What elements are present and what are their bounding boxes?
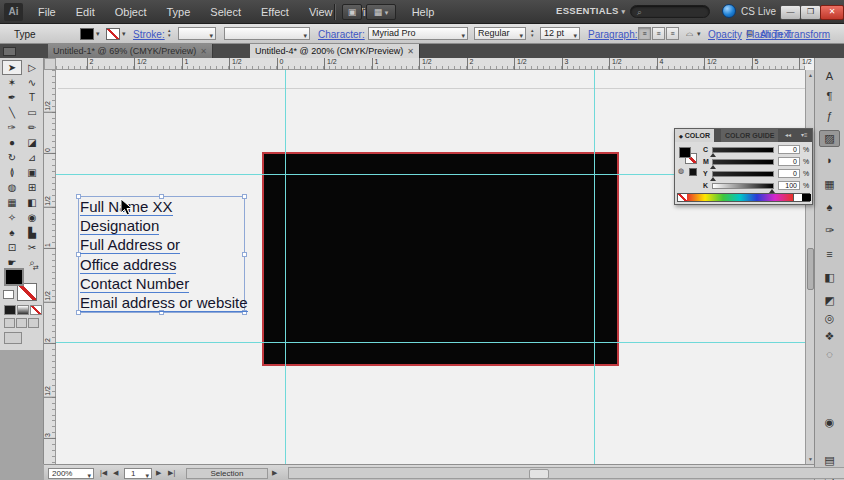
align-center-icon[interactable]: ≡ <box>652 27 665 40</box>
paragraph-panel-icon[interactable]: ¶ <box>819 88 840 105</box>
opentype-panel-icon[interactable]: ƒ <box>819 108 840 125</box>
channel-value-input[interactable]: 0 <box>778 157 800 166</box>
stroke-weight-stepper[interactable]: ▴ ▾ <box>168 28 171 38</box>
gradient-mode-button[interactable] <box>17 305 29 315</box>
artboard-number-select[interactable]: 1 ▾ <box>124 468 152 479</box>
horizontal-scroll-thumb[interactable] <box>529 469 549 479</box>
business-card-rectangle[interactable] <box>262 152 619 366</box>
cs-live-button[interactable]: CS Live ▾ <box>722 4 784 18</box>
menu-type[interactable]: Type <box>157 0 201 24</box>
layers-panel-icon[interactable]: ◉ <box>819 414 840 431</box>
menu-select[interactable]: Select <box>200 0 251 24</box>
type-tool[interactable]: T <box>22 90 42 105</box>
opacity-link[interactable]: Opacity <box>708 29 742 40</box>
document-tab-1[interactable]: Untitled-1* @ 69% (CMYK/Preview)✕ <box>48 44 213 58</box>
channel-value-input[interactable]: 0 <box>778 145 800 154</box>
menu-help[interactable]: Help <box>402 0 445 24</box>
transparency-panel-icon[interactable]: ◩ <box>819 292 840 309</box>
flash-text-link[interactable]: Flash Text <box>746 29 791 40</box>
menu-object[interactable]: Object <box>105 0 157 24</box>
channel-value-input[interactable]: 100 <box>778 181 800 190</box>
chevron-down-icon[interactable]: ▾ <box>122 30 126 38</box>
horizontal-ruler[interactable]: 21/211/201/211/221/231/241/251/2 <box>56 58 805 70</box>
mesh-tool[interactable]: ▦ <box>2 195 22 210</box>
blend-tool[interactable]: ◉ <box>22 210 42 225</box>
width-tool[interactable]: ≬ <box>2 165 22 180</box>
stroke-panel-icon[interactable]: ≡ <box>819 246 840 263</box>
zoom-level-select[interactable]: 200% ▾ <box>48 468 94 479</box>
tab-color-guide[interactable]: COLOR GUIDE <box>721 129 778 142</box>
direct-selection-tool[interactable]: ▷ <box>22 60 42 75</box>
font-family-select[interactable]: Myriad Pro ▾ <box>368 27 468 40</box>
color-guide-panel-icon[interactable]: ◗ <box>819 152 840 169</box>
close-button[interactable]: ✕ <box>820 5 844 20</box>
transform-panel-link[interactable]: Transform <box>785 29 830 40</box>
next-artboard-icon[interactable]: ▶ <box>156 469 161 477</box>
draw-normal-button[interactable] <box>4 318 15 328</box>
slice-tool[interactable]: ✂ <box>22 240 42 255</box>
guide-horizontal-bottom[interactable] <box>56 342 805 343</box>
channel-slider[interactable] <box>712 159 774 165</box>
guide-vertical-right[interactable] <box>594 70 595 464</box>
panel-menu-icon[interactable]: ▾≡ <box>801 129 808 142</box>
graphic-styles-panel-icon[interactable]: ❖ <box>819 328 840 345</box>
slider-marker[interactable] <box>710 153 716 157</box>
draw-inside-button[interactable] <box>28 318 39 328</box>
close-icon[interactable]: ✕ <box>407 47 414 56</box>
gradient-tool[interactable]: ◧ <box>22 195 42 210</box>
swatches-panel-icon[interactable]: ▦ <box>819 176 840 193</box>
first-artboard-icon[interactable]: |◀ <box>100 469 107 477</box>
font-size-stepper[interactable]: ▴ ▾ <box>531 28 534 38</box>
scale-tool[interactable]: ⊿ <box>22 150 42 165</box>
blob-brush-tool[interactable]: ● <box>2 135 22 150</box>
chevron-down-icon[interactable]: ▾ <box>96 30 100 38</box>
stroke-color-swatch[interactable] <box>106 28 120 40</box>
search-input[interactable]: ⌕ <box>630 5 710 18</box>
last-artboard-icon[interactable]: ▶| <box>168 469 175 477</box>
selection-tool[interactable]: ➤ <box>2 60 22 75</box>
paintbrush-tool[interactable]: ✑ <box>2 120 22 135</box>
rotate-tool[interactable]: ↻ <box>2 150 22 165</box>
align-right-icon[interactable]: ≡ <box>666 27 679 40</box>
vertical-scroll-thumb[interactable] <box>807 248 814 290</box>
screen-mode-button[interactable] <box>4 332 22 344</box>
tab-color[interactable]: ◆ COLOR <box>675 129 714 142</box>
document-tab-2[interactable]: Untitled-4* @ 200% (CMYK/Preview)✕ <box>250 44 420 58</box>
lasso-tool[interactable]: ∿ <box>22 75 42 90</box>
variable-width-profile-select[interactable]: ▾ <box>224 27 310 40</box>
channel-slider[interactable] <box>712 183 774 189</box>
channel-slider[interactable] <box>712 171 774 177</box>
panel-fill-swatch[interactable] <box>679 147 691 158</box>
eyedropper-tool[interactable]: ✧ <box>2 210 22 225</box>
stroke-link[interactable]: Stroke: <box>133 29 165 40</box>
menu-effect[interactable]: Effect <box>251 0 299 24</box>
shape-builder-tool[interactable]: ◍ <box>2 180 22 195</box>
vertical-ruler[interactable]: 1/201/211/221/23 <box>44 70 56 464</box>
spectrum-gradient[interactable] <box>687 194 793 201</box>
links-panel-icon[interactable]: ◌ <box>819 346 840 363</box>
swap-fill-stroke-icon[interactable]: ⇄ <box>33 264 39 272</box>
color-panel-icon[interactable]: ▨ <box>819 130 840 147</box>
rectangle-tool[interactable]: ▭ <box>22 105 42 120</box>
status-menu-icon[interactable]: ▶ <box>272 469 277 477</box>
paragraph-link[interactable]: Paragraph: <box>588 29 637 40</box>
ruler-origin-corner[interactable] <box>44 58 56 70</box>
draw-behind-button[interactable] <box>16 318 27 328</box>
color-spectrum-bar[interactable] <box>677 193 810 202</box>
fill-indicator-swatch[interactable] <box>4 268 24 286</box>
placeholder-text-object[interactable]: Full Name XXDesignationFull Address orOf… <box>80 197 248 312</box>
pencil-tool[interactable]: ✏ <box>22 120 42 135</box>
menu-edit[interactable]: Edit <box>66 0 105 24</box>
gradient-panel-icon[interactable]: ◧ <box>819 269 840 286</box>
stepper-down-icon[interactable]: ▾ <box>168 32 171 38</box>
stepper-down-icon[interactable]: ▾ <box>531 32 534 38</box>
last-color-chip[interactable] <box>689 168 697 176</box>
minimize-button[interactable]: — <box>780 5 801 20</box>
line-tool[interactable]: ╲ <box>2 105 22 120</box>
magic-wand-tool[interactable]: ✶ <box>2 75 22 90</box>
fill-color-swatch[interactable] <box>80 28 94 40</box>
channel-slider[interactable] <box>712 147 774 153</box>
font-style-select[interactable]: Regular ▾ <box>474 27 526 40</box>
default-fill-stroke-icon[interactable] <box>3 290 14 299</box>
envelope-distort-icon[interactable]: ⌓ <box>686 28 693 39</box>
